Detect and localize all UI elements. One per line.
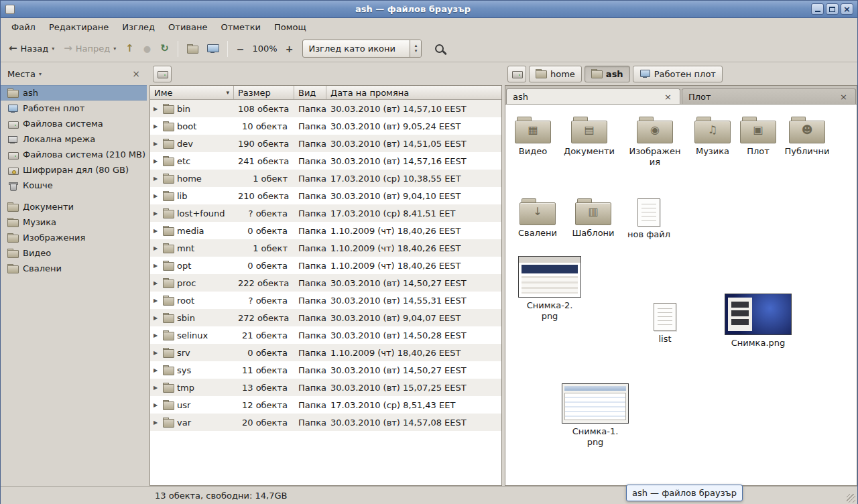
expander-icon[interactable]: ▶ (154, 193, 160, 199)
table-row[interactable]: ▶sys11 обектаПапка30.03.2010 (вт) 14,50,… (150, 361, 501, 379)
column-header[interactable]: Размер (234, 86, 294, 99)
table-row[interactable]: ▶sbin272 обектаПапка30.03.2010 (вт) 9,04… (150, 309, 501, 326)
chevron-down-icon[interactable]: ▾ (39, 71, 42, 77)
forward-button[interactable]: → Напред ▾ (60, 41, 120, 56)
sidebar-item[interactable]: Локална мрежа (1, 131, 147, 147)
icon-view-item[interactable]: Снимка-1. png (558, 383, 633, 448)
zoom-out-button[interactable]: − (233, 42, 249, 56)
column-header[interactable]: Име▾ (150, 86, 234, 99)
icon-view-item[interactable]: Снимка-2. png (512, 256, 587, 322)
expander-icon[interactable]: ▶ (154, 210, 160, 216)
reload-button[interactable]: ↻ (156, 41, 173, 56)
sidebar-item[interactable]: Кошче (1, 178, 147, 193)
back-button[interactable]: ← Назад ▾ (5, 41, 58, 56)
sidebar-item[interactable]: Файлова система (210 MB) (1, 147, 147, 162)
table-row[interactable]: ▶opt0 обектаПапка1.10.2009 (чт) 18,40,26… (150, 257, 501, 274)
table-row[interactable]: ▶lib210 обектаПапка30.03.2010 (вт) 9,04,… (150, 187, 501, 204)
close-button[interactable]: × (841, 3, 853, 15)
menu-item[interactable]: Изглед (115, 18, 162, 36)
icon-view-item[interactable]: ▤Документи (558, 117, 620, 157)
expander-icon[interactable]: ▶ (154, 141, 160, 147)
table-row[interactable]: ▶boot10 обектаПапка30.03.2010 (вт) 9,05,… (150, 117, 501, 135)
breadcrumb-button[interactable]: Работен плот (633, 66, 723, 82)
table-row[interactable]: ▶srv0 обектаПапка1.10.2009 (чт) 18,40,26… (150, 344, 501, 361)
maximize-button[interactable] (826, 3, 839, 15)
table-row[interactable]: ▶mnt1 обектПапка1.10.2009 (чт) 18,40,26 … (150, 239, 501, 257)
menu-item[interactable]: Отметки (214, 18, 267, 36)
expander-icon[interactable]: ▶ (154, 350, 160, 356)
table-row[interactable]: ▶dev190 обектаПапка30.03.2010 (вт) 14,51… (150, 135, 501, 152)
expander-icon[interactable]: ▶ (154, 228, 160, 234)
expander-icon[interactable]: ▶ (154, 367, 160, 373)
close-tab-icon[interactable]: × (662, 92, 674, 101)
table-row[interactable]: ▶proc222 обектаПапка30.03.2010 (вт) 14,5… (150, 274, 501, 292)
sidebar-item[interactable]: Изображения (1, 230, 147, 245)
expander-icon[interactable]: ▶ (154, 176, 160, 182)
expander-icon[interactable]: ▶ (154, 123, 160, 129)
sidebar-item[interactable]: Видео (1, 245, 147, 261)
table-row[interactable]: ▶lost+found? обектаПапка17.03.2010 (ср) … (150, 204, 501, 222)
table-row[interactable]: ▶etc241 обектаПапка30.03.2010 (вт) 14,57… (150, 152, 501, 170)
breadcrumb-button[interactable] (153, 66, 172, 82)
titlebar[interactable]: ash — файлов браузър × (1, 1, 857, 18)
table-row[interactable]: ▶selinux21 обектаПапка30.03.2010 (вт) 14… (150, 326, 501, 344)
column-header[interactable]: Вид (294, 86, 326, 99)
icon-view-item[interactable]: ☻Публични (776, 117, 838, 157)
view-selector[interactable]: Изглед като икони ▴▾ (302, 40, 422, 58)
breadcrumb-button[interactable] (507, 66, 526, 82)
resize-grip[interactable] (847, 494, 855, 503)
breadcrumb-button[interactable]: ash (585, 66, 630, 82)
tab[interactable]: ash× (506, 88, 680, 104)
chevron-down-icon[interactable]: ▾ (113, 46, 116, 52)
expander-icon[interactable]: ▶ (154, 402, 160, 408)
close-tab-icon[interactable]: × (838, 92, 849, 101)
menu-item[interactable]: Помощ (267, 18, 313, 36)
sidebar-item[interactable]: Работен плот (1, 101, 147, 116)
expander-icon[interactable]: ▶ (154, 245, 160, 251)
table-row[interactable]: ▶media0 обектаПапка1.10.2009 (чт) 18,40,… (150, 222, 501, 239)
sidebar-item[interactable]: ash (1, 85, 147, 101)
expander-icon[interactable]: ▶ (154, 106, 160, 112)
up-button[interactable]: ↑ (121, 41, 138, 56)
minimize-button[interactable] (811, 3, 824, 15)
menu-item[interactable]: Отиване (162, 18, 214, 36)
sidebar-item[interactable]: Музика (1, 214, 147, 230)
icon-view-item[interactable]: ↓Свалени (507, 198, 568, 239)
sidebar-item[interactable]: Файлова система (1, 116, 147, 131)
expander-icon[interactable]: ▶ (154, 315, 160, 321)
sidebar-item[interactable]: Документи (1, 199, 147, 214)
icon-view-item[interactable]: list (634, 303, 696, 344)
close-sidebar-icon[interactable]: × (132, 69, 140, 78)
table-row[interactable]: ▶root? обектаПапка30.03.2010 (вт) 14,55,… (150, 292, 501, 309)
home-button[interactable] (183, 41, 202, 57)
breadcrumb-button[interactable]: home (529, 66, 582, 82)
tab[interactable]: Плот× (682, 88, 856, 104)
expander-icon[interactable]: ▶ (154, 385, 160, 391)
sidebar-item[interactable]: Свалени (1, 261, 147, 276)
zoom-in-button[interactable]: + (282, 42, 298, 56)
expander-icon[interactable]: ▶ (154, 263, 160, 269)
icon-view-item[interactable]: ▦Видео (502, 117, 564, 157)
chevron-down-icon[interactable]: ▾ (52, 46, 54, 52)
table-row[interactable]: ▶var20 обектаПапка30.03.2010 (вт) 14,57,… (150, 414, 501, 431)
computer-button[interactable] (203, 42, 223, 56)
table-row[interactable]: ▶tmp13 обектаПапка30.03.2010 (вт) 15,07,… (150, 379, 501, 396)
stop-button[interactable]: ● (139, 42, 155, 56)
expander-icon[interactable]: ▶ (154, 280, 160, 286)
menu-item[interactable]: Редактиране (42, 18, 115, 36)
icon-view-item[interactable]: ▥Шаблони (562, 198, 624, 239)
table-row[interactable]: ▶usr12 обектаПапка17.03.2010 (ср) 8,51,4… (150, 396, 501, 414)
icon-view-item[interactable]: нов файл (618, 198, 680, 240)
icon-view-item[interactable]: ◉Изображен ия (624, 117, 686, 168)
column-header[interactable]: Дата на промяна (326, 86, 501, 99)
menu-item[interactable]: Файл (5, 18, 42, 36)
table-row[interactable]: ▶home1 обектПапка17.03.2010 (ср) 10,38,5… (150, 170, 501, 187)
search-button[interactable] (431, 42, 448, 56)
table-row[interactable]: ▶bin108 обектаПапка30.03.2010 (вт) 14,57… (150, 100, 501, 117)
expander-icon[interactable]: ▶ (154, 332, 160, 338)
expander-icon[interactable]: ▶ (154, 420, 160, 426)
icon-view-item[interactable]: Снимка.png (721, 294, 796, 349)
spinner-arrows-icon[interactable]: ▴▾ (410, 40, 421, 57)
sidebar-item[interactable]: Шифриран дял (80 GB) (1, 162, 147, 178)
expander-icon[interactable]: ▶ (154, 158, 160, 164)
